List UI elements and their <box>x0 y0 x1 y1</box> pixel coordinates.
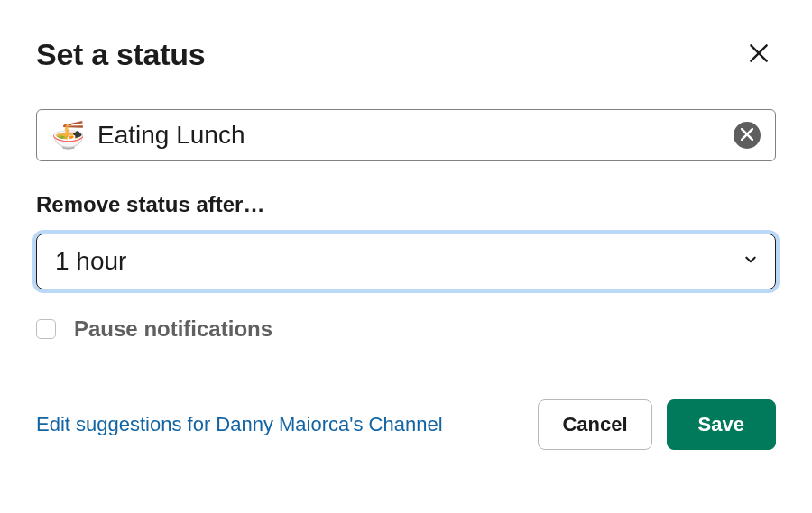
cancel-button[interactable]: Cancel <box>538 399 651 450</box>
duration-label: Remove status after… <box>36 192 776 217</box>
clear-status-button[interactable] <box>734 122 761 149</box>
modal-header: Set a status <box>36 36 776 73</box>
edit-suggestions-link[interactable]: Edit suggestions for Danny Maiorca's Cha… <box>36 413 443 436</box>
status-text-input[interactable] <box>97 121 721 150</box>
pause-notifications-row: Pause notifications <box>36 316 776 342</box>
modal-footer: Edit suggestions for Danny Maiorca's Cha… <box>36 399 776 450</box>
pause-notifications-label: Pause notifications <box>74 316 272 342</box>
modal-title: Set a status <box>36 37 205 72</box>
close-button[interactable] <box>742 36 776 73</box>
save-button[interactable]: Save <box>667 399 776 450</box>
status-input-container: 🍜 <box>36 109 776 161</box>
pause-notifications-checkbox[interactable] <box>36 319 56 339</box>
clear-icon <box>741 128 753 143</box>
status-emoji-picker[interactable]: 🍜 <box>51 122 85 149</box>
close-icon <box>747 54 770 68</box>
footer-buttons: Cancel Save <box>538 399 776 450</box>
duration-select-value: 1 hour <box>55 247 126 276</box>
chevron-down-icon <box>744 253 757 270</box>
duration-select[interactable]: 1 hour <box>36 234 776 289</box>
